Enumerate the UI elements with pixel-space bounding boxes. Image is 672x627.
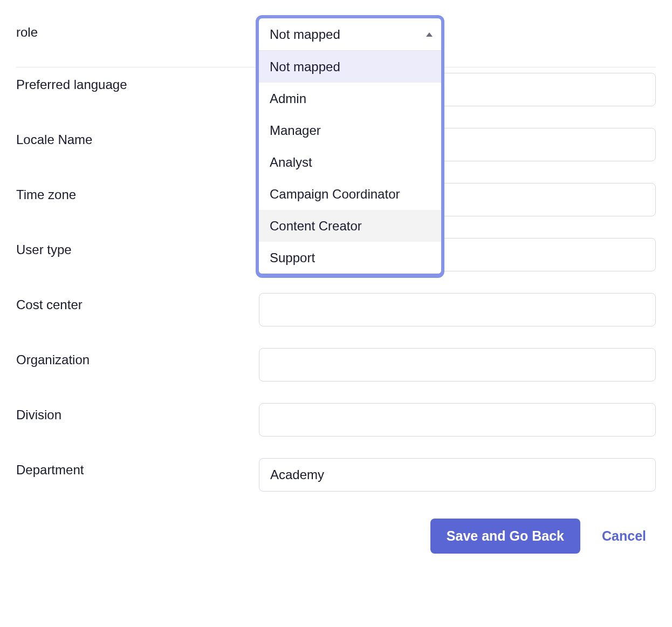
input-department[interactable] [259, 458, 656, 492]
role-option-analyst[interactable]: Analyst [259, 146, 441, 178]
input-division[interactable] [259, 403, 656, 437]
label-preferred-language: Preferred language [16, 73, 259, 92]
role-dropdown-selected-text: Not mapped [270, 27, 340, 42]
row-division: Division [16, 392, 656, 447]
role-option-content-creator[interactable]: Content Creator [259, 210, 441, 242]
save-button[interactable]: Save and Go Back [430, 519, 580, 554]
actions-row: Save and Go Back Cancel [16, 502, 656, 554]
role-option-admin[interactable]: Admin [259, 83, 441, 114]
role-dropdown[interactable]: Not mapped Not mapped Admin Manager Anal… [256, 15, 444, 278]
input-organization[interactable] [259, 348, 656, 381]
cancel-button[interactable]: Cancel [602, 528, 646, 544]
input-cost-center[interactable] [259, 293, 656, 326]
label-role: role [16, 21, 259, 40]
row-organization: Organization [16, 337, 656, 392]
label-time-zone: Time zone [16, 183, 259, 202]
role-dropdown-selected[interactable]: Not mapped [259, 18, 441, 51]
label-cost-center: Cost center [16, 293, 259, 312]
label-user-type: User type [16, 238, 259, 257]
label-organization: Organization [16, 348, 259, 367]
row-department: Department [16, 447, 656, 502]
role-option-not-mapped[interactable]: Not mapped [259, 51, 441, 83]
label-locale-name: Locale Name [16, 128, 259, 147]
role-option-campaign-coordinator[interactable]: Campaign Coordinator [259, 178, 441, 210]
role-option-support[interactable]: Support [259, 242, 441, 274]
label-department: Department [16, 458, 259, 478]
label-division: Division [16, 403, 259, 422]
row-cost-center: Cost center [16, 282, 656, 337]
caret-up-icon [426, 32, 433, 37]
role-dropdown-list: Not mapped Admin Manager Analyst Campaig… [259, 51, 441, 274]
role-option-manager[interactable]: Manager [259, 114, 441, 146]
